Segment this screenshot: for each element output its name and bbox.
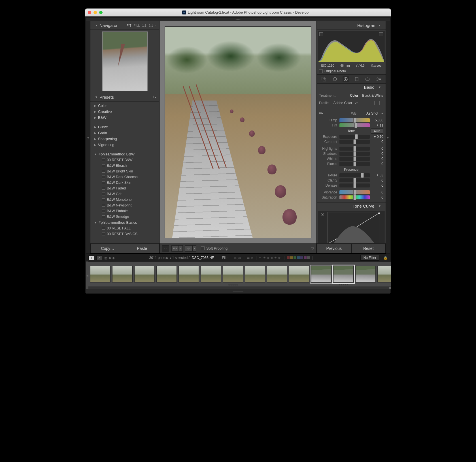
- zoom-1-1[interactable]: 1:1: [142, 24, 146, 27]
- filmstrip-thumb[interactable]: [134, 266, 155, 282]
- soft-proofing-toggle[interactable]: Soft Proofing: [201, 246, 228, 250]
- original-photo-toggle[interactable]: Original Photo: [317, 68, 386, 75]
- filmstrip-left-toggle[interactable]: ◀: [86, 261, 88, 289]
- preset-item[interactable]: B&W Bright Skin: [90, 168, 159, 174]
- preset-item[interactable]: B&W Bleach: [90, 163, 159, 168]
- compare-icon[interactable]: Y|Y: [185, 245, 192, 252]
- slider-exposure[interactable]: [339, 135, 370, 139]
- zoom-fit[interactable]: FIT: [127, 24, 131, 27]
- preset-group[interactable]: ▶Sharpening: [90, 136, 159, 142]
- slider-blacks[interactable]: [339, 162, 370, 166]
- slider-temp[interactable]: [339, 118, 370, 122]
- presets-header[interactable]: ▼ Presets +▾: [90, 93, 159, 102]
- main-photo[interactable]: [165, 26, 311, 238]
- preset-item[interactable]: B&W Monotone: [90, 197, 159, 202]
- treatment-bw[interactable]: Black & White: [362, 94, 383, 98]
- preset-item[interactable]: B&W Dark Charcoal: [90, 174, 159, 180]
- tonecurve-header[interactable]: Tone Curve ▼: [317, 202, 386, 210]
- slider-highlights[interactable]: [339, 147, 370, 151]
- radial-tool-icon[interactable]: [364, 76, 371, 82]
- histogram-display[interactable]: [318, 31, 384, 62]
- compare-menu-icon[interactable]: ▾: [192, 245, 196, 252]
- filter-lock-icon[interactable]: 🔒: [383, 256, 388, 260]
- preset-group[interactable]: ▶Grain: [90, 130, 159, 136]
- preset-item[interactable]: B&W Newsprint: [90, 202, 159, 208]
- slider-shadows[interactable]: [339, 152, 370, 156]
- slider-tint[interactable]: [339, 123, 370, 127]
- redeye-tool-icon[interactable]: [343, 76, 349, 82]
- wb-select[interactable]: As Shot: [366, 111, 378, 115]
- previous-button[interactable]: Previous: [317, 244, 351, 253]
- preset-group[interactable]: ▶Vignetting: [90, 142, 159, 148]
- slider-clarity[interactable]: [339, 178, 370, 182]
- zoom-2-1[interactable]: 2:1: [149, 24, 153, 27]
- zoom-menu-icon[interactable]: ▾: [155, 24, 156, 27]
- histogram-header[interactable]: Histogram ▼: [317, 21, 386, 30]
- filmstrip-thumb[interactable]: ★★★★★: [333, 266, 354, 282]
- preset-item[interactable]: 00 RESET BASICS: [90, 231, 159, 237]
- preset-item[interactable]: B&W Faded: [90, 185, 159, 191]
- bottom-grip[interactable]: [86, 289, 390, 293]
- filmstrip-thumb[interactable]: [90, 266, 110, 282]
- paste-button[interactable]: Paste: [125, 244, 160, 253]
- copy-button[interactable]: Copy…: [90, 244, 125, 253]
- navigator-thumbnail[interactable]: [102, 31, 148, 91]
- slider-contrast[interactable]: [339, 140, 370, 144]
- filmstrip-thumb[interactable]: [201, 266, 221, 282]
- edit-filter-icon[interactable]: ⇄ ⇸: [247, 256, 253, 260]
- filmstrip-thumb[interactable]: ★★★★★: [223, 266, 243, 282]
- color-filter[interactable]: [287, 256, 310, 259]
- right-edge-toggle[interactable]: ▶: [386, 21, 390, 254]
- flag-filter-icon[interactable]: ◈◇◈: [234, 256, 241, 260]
- wb-dropper-icon[interactable]: ✎: [317, 110, 325, 117]
- slider-texture[interactable]: [339, 173, 370, 177]
- grid-icon[interactable]: ▦: [104, 256, 107, 260]
- preset-item[interactable]: B&W Pinhole: [90, 208, 159, 214]
- treatment-color[interactable]: Color: [350, 94, 358, 98]
- gradient-tool-icon[interactable]: [354, 76, 360, 82]
- loupe-view-icon[interactable]: ▭: [162, 245, 169, 252]
- preset-group[interactable]: ▶B&W: [90, 115, 159, 121]
- zoom-options[interactable]: FIT FILL 1:1 2:1 ▾: [127, 24, 156, 27]
- close-window-button[interactable]: [88, 11, 91, 14]
- before-after-lr-icon[interactable]: R|A: [171, 245, 179, 252]
- auto-button[interactable]: Auto: [371, 128, 383, 134]
- preset-item[interactable]: B&W Smudge: [90, 214, 159, 220]
- preset-item[interactable]: 00 RESET ALL: [90, 225, 159, 231]
- tonecurve-display[interactable]: [318, 211, 384, 243]
- filmstrip-thumb[interactable]: [112, 266, 133, 282]
- zoom-window-button[interactable]: [99, 11, 103, 14]
- add-preset-icon[interactable]: +▾: [152, 94, 156, 100]
- slider-vibrance[interactable]: [339, 190, 370, 194]
- rating-filter[interactable]: ≥: [259, 256, 261, 260]
- star-filter[interactable]: ★★★★★: [263, 256, 281, 260]
- preset-group[interactable]: ▶Color: [90, 103, 159, 109]
- filmstrip-thumb[interactable]: [178, 266, 199, 282]
- navigator-header[interactable]: ▼ Navigator FIT FILL 1:1 2:1 ▾: [90, 21, 159, 30]
- filmstrip[interactable]: ★★★★★★★★★★: [88, 261, 391, 286]
- preset-group[interactable]: ▶Creative: [90, 109, 159, 115]
- basic-header[interactable]: Basic ▼: [317, 84, 386, 91]
- preset-group[interactable]: ▶Curve: [90, 124, 159, 130]
- filmstrip-thumb[interactable]: [289, 266, 309, 282]
- profile-browser-icon[interactable]: [374, 101, 383, 105]
- spot-tool-icon[interactable]: [332, 76, 338, 82]
- zoom-fill[interactable]: FILL: [133, 24, 140, 27]
- toolbar-menu-icon[interactable]: ▽: [311, 246, 314, 250]
- slider-dehaze[interactable]: [339, 183, 370, 187]
- preset-item[interactable]: B&W Grit: [90, 191, 159, 197]
- filter-preset-select[interactable]: No Filter: [360, 255, 379, 261]
- preset-group[interactable]: ▼#phlearnmethod Basics: [90, 220, 159, 225]
- reset-button[interactable]: Reset: [351, 244, 386, 253]
- filmstrip-thumb[interactable]: [355, 266, 376, 282]
- back-icon[interactable]: ◆: [109, 256, 111, 260]
- slider-saturation[interactable]: [339, 195, 370, 199]
- before-after-menu-icon[interactable]: ▾: [179, 245, 183, 252]
- slider-whites[interactable]: [339, 157, 370, 161]
- filmstrip-thumb[interactable]: [377, 266, 391, 282]
- brush-tool-icon[interactable]: [375, 76, 382, 82]
- filmstrip-thumb[interactable]: [156, 266, 177, 282]
- crop-tool-icon[interactable]: [321, 76, 327, 82]
- profile-select[interactable]: Adobe Color: [333, 101, 352, 105]
- preset-item[interactable]: B&W Dark Skin: [90, 180, 159, 185]
